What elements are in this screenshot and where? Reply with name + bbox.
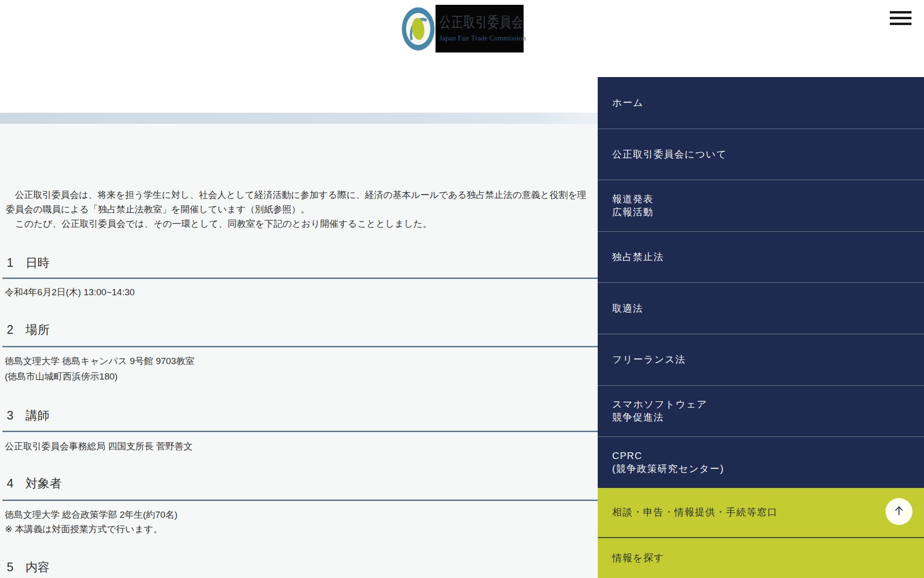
menu-item-label: CPRC(競争政策研究センター) [612,449,724,475]
logo-english: Japan Fair Trade Commission [439,34,524,42]
jftc-emblem-icon [400,5,436,53]
menu-item-cprc[interactable]: CPRC(競争政策研究センター) [598,436,924,488]
logo-text: 公正取引委員会 Japan Fair Trade Commission [436,5,524,53]
menu-item-subcontract[interactable]: 取適法 [598,282,924,334]
menu-item-label: 報道発表広報活動 [612,193,654,219]
section-heading-datetime: 1 日時 [7,254,50,271]
menu-item-label: 公正取引委員会について [612,148,727,161]
intro-paragraph: 公正取引委員会は、将来を担う学生に対し、社会人として経済活動に参加する際に、経済… [6,188,586,231]
section-body-lecturer: 公正取引委員会事務総局 四国支所長 菅野善文 [5,439,193,454]
logo-kanji: 公正取引委員会 [439,13,524,31]
menu-item-about[interactable]: 公正取引委員会について [598,129,924,180]
hamburger-bar [890,11,911,13]
section-heading-audience: 4 対象者 [7,475,62,491]
site-logo[interactable]: 公正取引委員会 Japan Fair Trade Commission [400,5,524,53]
menu-item-label: 相談・申告・情報提供・手続等窓口 [612,506,778,519]
menu-item-label: ホーム [612,96,643,109]
menu-item-label: スマホソフトウェア競争促進法 [612,398,707,424]
menu-item-press[interactable]: 報道発表広報活動 [598,180,924,231]
menu-item-home[interactable]: ホーム [598,77,924,129]
section-body-location: 徳島文理大学 徳島キャンパス 9号館 9703教室(徳島市山城町西浜傍示180) [5,354,194,384]
section-body-audience: 徳島文理大学 総合政策学部 2年生(約70名)※ 本講義は対面授業方式で行います… [5,508,178,537]
menu-item-consultation[interactable]: 相談・申告・情報提供・手続等窓口 [598,488,924,537]
page: 公正取引委員会 Japan Fair Trade Commission 公正取引… [0,0,924,578]
menu-item-find-info[interactable]: 情報を探す [598,537,924,578]
menu-item-antimonopoly[interactable]: 独占禁止法 [598,231,924,283]
main-navigation-menu: ホーム 公正取引委員会について 報道発表広報活動 独占禁止法 取適法 フリーラン… [598,77,924,578]
menu-item-label: 情報を探す [612,552,664,565]
menu-item-label: 独占禁止法 [612,250,664,263]
hamburger-bar [890,23,911,25]
hamburger-bar [890,17,911,19]
section-body-datetime: 令和4年6月2日(木) 13:00~14:30 [5,285,135,300]
up-arrow-icon [891,502,907,521]
menu-item-smartphone[interactable]: スマホソフトウェア競争促進法 [598,385,924,437]
menu-item-label: 取適法 [612,302,643,315]
section-heading-contents: 5 内容 [7,559,50,575]
scroll-to-top-button[interactable] [886,498,912,525]
hamburger-icon[interactable] [888,9,913,31]
menu-item-freelance[interactable]: フリーランス法 [598,334,924,385]
section-heading-location: 2 場所 [7,321,50,338]
menu-item-label: フリーランス法 [612,353,686,366]
section-heading-lecturer: 3 講師 [7,407,50,423]
